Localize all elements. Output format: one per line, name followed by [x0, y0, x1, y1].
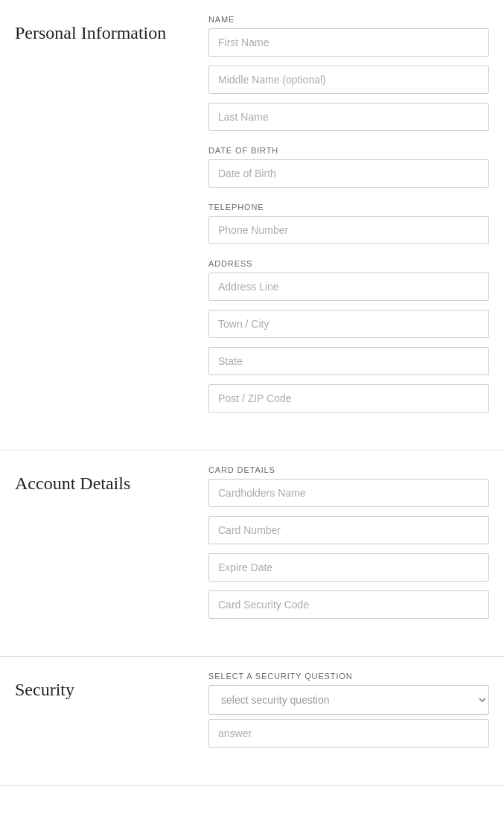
account-details-title: Account Details	[15, 473, 208, 494]
last-name-input[interactable]	[208, 103, 489, 131]
card-details-field-group: CARD DETAILS	[208, 465, 489, 619]
account-details-section: Account Details CARD DETAILS	[0, 450, 504, 657]
dob-field-group: DATE OF BIRTH	[208, 146, 489, 188]
address-inputs	[208, 273, 489, 413]
account-details-label: Account Details	[15, 465, 208, 634]
dob-label: DATE OF BIRTH	[208, 146, 489, 155]
middle-name-input[interactable]	[208, 66, 489, 94]
security-title: Security	[15, 679, 208, 701]
town-city-input[interactable]	[208, 310, 489, 338]
cardholder-name-input[interactable]	[208, 479, 489, 507]
address-field-group: ADDRESS	[208, 259, 489, 413]
telephone-label: TELEPHONE	[208, 203, 489, 211]
first-name-input[interactable]	[208, 28, 489, 57]
card-details-label: CARD DETAILS	[208, 465, 489, 474]
card-inputs	[208, 479, 489, 619]
personal-information-section: Personal Information NAME DATE OF BIRTH …	[0, 0, 504, 450]
dob-input[interactable]	[208, 159, 489, 188]
security-question-select[interactable]: select security question What was the na…	[208, 685, 489, 715]
personal-info-label: Personal Information	[15, 15, 208, 427]
security-answer-input[interactable]	[208, 719, 489, 748]
security-inputs: select security question What was the na…	[208, 685, 489, 748]
personal-info-title: Personal Information	[15, 22, 208, 44]
personal-info-content: NAME DATE OF BIRTH TELEPHONE ADDRESS	[208, 15, 489, 427]
zip-code-input[interactable]	[208, 384, 489, 413]
security-content: SELECT A SECURITY QUESTION select securi…	[208, 672, 489, 762]
state-input[interactable]	[208, 347, 489, 375]
name-field-group: NAME	[208, 15, 489, 131]
card-security-code-input[interactable]	[208, 590, 489, 619]
security-label: Security	[15, 672, 208, 762]
name-inputs	[208, 28, 489, 131]
security-question-field-group: SELECT A SECURITY QUESTION select securi…	[208, 672, 489, 748]
card-number-input[interactable]	[208, 516, 489, 544]
security-section: Security SELECT A SECURITY QUESTION sele…	[0, 657, 504, 786]
account-details-content: CARD DETAILS	[208, 465, 489, 634]
expire-date-input[interactable]	[208, 553, 489, 582]
name-label: NAME	[208, 15, 489, 24]
security-question-label: SELECT A SECURITY QUESTION	[208, 672, 489, 681]
address-line-input[interactable]	[208, 273, 489, 301]
telephone-field-group: TELEPHONE	[208, 203, 489, 244]
phone-input[interactable]	[208, 216, 489, 244]
address-label: ADDRESS	[208, 259, 489, 268]
